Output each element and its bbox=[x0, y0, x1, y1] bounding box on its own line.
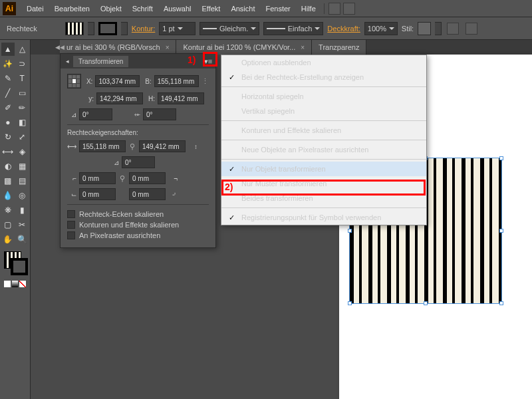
rect-h-icon: ↕ bbox=[188, 143, 198, 150]
stroke-swatch[interactable] bbox=[98, 22, 117, 35]
panel-tab-transform[interactable]: Transformieren bbox=[73, 56, 128, 67]
magic-wand-tool[interactable]: ✨ bbox=[1, 57, 15, 70]
style-swatch[interactable] bbox=[418, 22, 431, 35]
w-input[interactable]: 155,118 mm bbox=[154, 75, 199, 87]
pencil-tool[interactable]: ✏ bbox=[16, 101, 29, 114]
menu-bearbeiten[interactable]: Bearbeiten bbox=[49, 5, 95, 13]
link-icon[interactable]: ⚲ bbox=[128, 140, 136, 152]
stroke-weight[interactable]: 1 pt bbox=[159, 22, 196, 35]
eyedropper-tool[interactable]: 💧 bbox=[1, 189, 15, 202]
close-icon[interactable]: × bbox=[301, 44, 305, 51]
pen-tool[interactable]: ✎ bbox=[1, 72, 15, 85]
doc-tab-2[interactable]: Kontur ai bei 1200 % (CMYK/Vor...× bbox=[176, 40, 312, 55]
line-tool[interactable]: ╱ bbox=[1, 86, 15, 100]
selection-tool[interactable]: ▲ bbox=[1, 43, 15, 56]
corner-br-input[interactable]: 0 mm bbox=[129, 188, 166, 200]
scale-tool[interactable]: ⤢ bbox=[16, 130, 29, 144]
fill-swatch[interactable] bbox=[65, 22, 84, 35]
paintbrush-tool[interactable]: ✐ bbox=[1, 101, 15, 114]
doc-tab-1[interactable]: ur ai bei 300 % (RGB/Vorsch× bbox=[60, 40, 176, 55]
menu-ansicht[interactable]: Ansicht bbox=[225, 5, 260, 13]
mi-scale-strokes[interactable]: Konturen und Effekte skalieren bbox=[221, 123, 426, 138]
panel-collapse-left[interactable]: ◀◀ bbox=[53, 41, 66, 53]
panel-flyout-button[interactable]: ▾≡ bbox=[202, 55, 214, 67]
rect-w-input[interactable]: 155,118 mm bbox=[79, 140, 126, 152]
blend-tool[interactable]: ◎ bbox=[16, 189, 29, 202]
rect-angle-input[interactable]: 0° bbox=[122, 156, 155, 168]
h-input[interactable]: 149,412 mm bbox=[158, 92, 204, 104]
stroke-box[interactable] bbox=[11, 258, 28, 275]
x-input[interactable]: 103,374 mm bbox=[95, 75, 140, 87]
mi-use-reg-point[interactable]: ✓Registrierungspunkt für Symbol verwende… bbox=[221, 210, 426, 225]
stroke-profile2[interactable]: Einfach bbox=[263, 22, 323, 35]
corner-tr-input[interactable]: 0 mm bbox=[129, 172, 166, 184]
corner-bl-input[interactable]: 0 mm bbox=[79, 188, 116, 200]
extra-icon1[interactable] bbox=[447, 23, 459, 35]
mi-flip-h[interactable]: Horizontal spiegeln bbox=[221, 89, 426, 104]
style-dd[interactable] bbox=[435, 22, 442, 35]
rotate-tool[interactable]: ↻ bbox=[1, 130, 15, 144]
hand-tool[interactable]: ✋ bbox=[1, 233, 15, 246]
rectangle-tool[interactable]: ▭ bbox=[16, 86, 29, 100]
zoom-tool[interactable]: 🔍 bbox=[16, 233, 29, 246]
direct-selection-tool[interactable]: △ bbox=[16, 43, 29, 56]
menu-hilfe[interactable]: Hilfe bbox=[296, 5, 321, 13]
width-tool[interactable]: ⟷ bbox=[1, 145, 15, 158]
lasso-tool[interactable]: ⊃ bbox=[16, 57, 29, 70]
rect-h-input[interactable]: 149,412 mm bbox=[139, 140, 186, 152]
extra-icon2[interactable] bbox=[466, 23, 477, 35]
menu-effekt[interactable]: Effekt bbox=[196, 5, 225, 13]
color-mode-icon[interactable] bbox=[4, 281, 11, 287]
artboard-tool[interactable]: ▢ bbox=[1, 218, 15, 231]
stroke-profile1[interactable]: Gleichm. bbox=[200, 22, 259, 35]
stroke-link[interactable]: Kontur: bbox=[132, 25, 155, 33]
layout-icon[interactable] bbox=[329, 3, 340, 15]
slice-tool[interactable]: ✂ bbox=[16, 218, 29, 231]
scale-corners-checkbox[interactable]: Rechteck-Ecken skalieren bbox=[67, 210, 209, 218]
gradient-mode-icon[interactable] bbox=[12, 281, 19, 287]
menu-objekt[interactable]: Objekt bbox=[95, 5, 127, 13]
menu-datei[interactable]: Datei bbox=[21, 5, 49, 13]
annotation-label-1: 1) bbox=[188, 55, 196, 65]
menu-fenster[interactable]: Fenster bbox=[260, 5, 295, 13]
scale-strokes-checkbox[interactable]: Konturen und Effekte skalieren bbox=[67, 221, 209, 229]
mi-transform-object-only[interactable]: ✓Nur Objekt transformieren bbox=[221, 162, 426, 176]
free-transform-tool[interactable]: ◈ bbox=[16, 145, 29, 158]
mi-align-pixel[interactable]: Neue Objekte an Pixelraster ausrichten bbox=[221, 142, 426, 157]
align-pixel-checkbox[interactable]: An Pixelraster ausrichten bbox=[67, 231, 209, 239]
h-label: H: bbox=[146, 95, 155, 102]
mi-hide-options[interactable]: Optionen ausblenden bbox=[221, 55, 426, 70]
reference-point[interactable] bbox=[67, 74, 81, 88]
transform-panel: ◂ Transformieren ▾≡ X: 103,374 mm B: 155… bbox=[60, 53, 216, 248]
mi-transform-pattern-only[interactable]: Nur Muster transformieren bbox=[221, 176, 426, 191]
opacity-link[interactable]: Deckkraft: bbox=[327, 25, 360, 33]
perspective-tool[interactable]: ▦ bbox=[16, 160, 29, 173]
stroke-dd[interactable] bbox=[121, 22, 128, 35]
none-mode-icon[interactable] bbox=[19, 281, 26, 287]
corner-tl-input[interactable]: 0 mm bbox=[79, 172, 116, 184]
menu-schrift[interactable]: Schrift bbox=[127, 5, 158, 13]
fill-dd[interactable] bbox=[88, 22, 94, 35]
shape-builder-tool[interactable]: ◐ bbox=[1, 160, 15, 173]
link-wh-icon[interactable]: ⋮ bbox=[201, 75, 209, 87]
mi-flip-v[interactable]: Vertikal spiegeln bbox=[221, 104, 426, 118]
opacity-input[interactable]: 100% bbox=[364, 22, 398, 35]
eraser-tool[interactable]: ◧ bbox=[16, 116, 29, 129]
graph-tool[interactable]: ▮ bbox=[16, 203, 29, 217]
symbol-tool[interactable]: ❋ bbox=[1, 203, 15, 217]
type-tool[interactable]: T bbox=[16, 72, 29, 85]
link-corners-icon[interactable]: ⚲ bbox=[118, 172, 126, 184]
mi-transform-both[interactable]: Beides transformieren bbox=[221, 191, 426, 205]
rotate-input[interactable]: 0° bbox=[79, 108, 112, 120]
y-input[interactable]: 142,294 mm bbox=[96, 92, 143, 104]
mesh-tool[interactable]: ▩ bbox=[1, 174, 15, 188]
blob-tool[interactable]: ● bbox=[1, 116, 15, 129]
doc-tab-3[interactable]: Tranzparenz bbox=[312, 40, 366, 55]
mi-show-on-create[interactable]: ✓Bei der Rechteck-Erstellung anzeigen bbox=[221, 70, 426, 84]
menu-auswahl[interactable]: Auswahl bbox=[158, 5, 197, 13]
fill-stroke-control[interactable] bbox=[4, 251, 28, 275]
shear-input[interactable]: 0° bbox=[143, 108, 176, 120]
doc-icon[interactable] bbox=[343, 3, 355, 15]
gradient-tool[interactable]: ▤ bbox=[16, 174, 29, 188]
close-icon[interactable]: × bbox=[166, 44, 170, 51]
